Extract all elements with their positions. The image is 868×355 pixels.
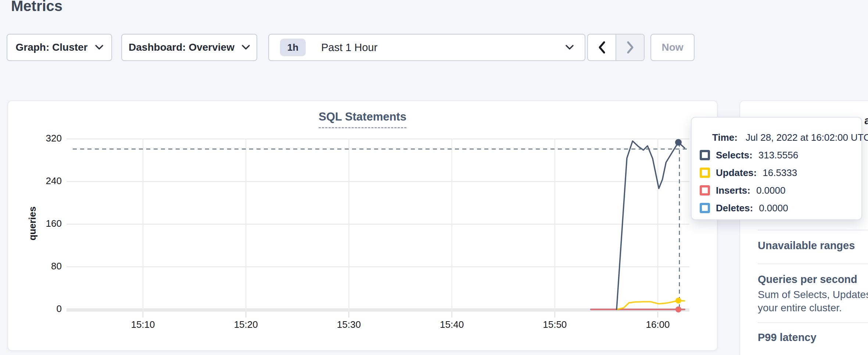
tooltip-row-selects: Selects:313.5556 — [700, 146, 861, 164]
chart-title[interactable]: SQL Statements — [319, 110, 406, 128]
sidebar-item-p99-latency: P99 latency — [758, 331, 817, 344]
tooltip-time-row: Time: Jul 28, 2022 at 16:02:00 UTC — [712, 129, 861, 146]
tooltip-row-deletes: Deletes:0.0000 — [700, 199, 861, 217]
sidebar-item-description: your entire cluster. — [758, 302, 842, 314]
chevron-down-icon — [242, 45, 250, 50]
x-tick-label: 16:00 — [632, 319, 684, 330]
y-tick-label: 240 — [21, 175, 62, 187]
clipped-sidebar-text: a — [864, 115, 868, 127]
chart-hover-tooltip: Time: Jul 28, 2022 at 16:02:00 UTC Selec… — [691, 117, 862, 220]
metrics-page: Metrics Graph: Cluster Dashboard: Overvi… — [0, 0, 868, 355]
x-tick-label: 15:10 — [117, 319, 169, 330]
sidebar-divider — [758, 263, 868, 264]
prev-time-button[interactable] — [588, 35, 616, 60]
dashboard-dropdown[interactable]: Dashboard: Overview — [121, 34, 257, 61]
plot-area[interactable] — [67, 137, 689, 309]
graph-dropdown-label: Graph: Cluster — [15, 42, 87, 53]
tooltip-time-label: Time: — [712, 132, 738, 143]
tooltip-time-value: Jul 28, 2022 at 16:02:00 UTC — [746, 132, 868, 143]
tooltip-series-label: Inserts: — [716, 185, 750, 196]
dashboard-dropdown-label: Dashboard: Overview — [129, 42, 234, 53]
x-tick-label: 15:50 — [529, 319, 581, 330]
series-swatch-icon — [700, 203, 710, 213]
time-range-badge: 1h — [280, 39, 306, 56]
chevron-down-icon — [95, 45, 103, 50]
chevron-left-icon — [598, 41, 606, 54]
tooltip-series-value: 313.5556 — [758, 150, 798, 161]
y-tick-label: 0 — [21, 303, 62, 315]
tooltip-series-label: Deletes: — [716, 202, 753, 214]
sidebar-divider — [758, 322, 868, 323]
tooltip-series-value: 0.0000 — [756, 185, 786, 196]
x-tick-label: 15:20 — [220, 319, 272, 330]
chart-title-wrap: SQL Statements — [7, 110, 718, 128]
y-tick-label: 80 — [21, 261, 62, 272]
tooltip-series-label: Selects: — [716, 150, 753, 161]
series-swatch-icon — [700, 168, 710, 178]
chevron-right-icon — [626, 41, 635, 54]
y-tick-label: 320 — [21, 133, 62, 144]
time-range-label: Past 1 Hour — [321, 42, 377, 54]
sidebar-divider — [758, 230, 868, 230]
tooltip-series-label: Updates: — [716, 167, 757, 179]
tooltip-row-inserts: Inserts:0.0000 — [700, 182, 861, 199]
time-range-dropdown[interactable]: 1h Past 1 Hour — [268, 34, 585, 61]
time-pager — [587, 34, 645, 61]
series-swatch-icon — [700, 185, 710, 196]
tooltip-series-value: 0.0000 — [759, 202, 788, 214]
y-tick-label: 160 — [21, 218, 62, 229]
next-time-button[interactable] — [616, 35, 644, 60]
series-swatch-icon — [700, 150, 710, 160]
graph-dropdown[interactable]: Graph: Cluster — [7, 34, 112, 61]
page-title: Metrics — [11, 0, 62, 14]
x-tick-label: 15:30 — [323, 319, 374, 330]
tooltip-series-rows: Selects:313.5556Updates:16.5333Inserts:0… — [700, 146, 861, 217]
chevron-down-icon — [566, 45, 574, 50]
x-tick-label: 15:40 — [426, 319, 478, 330]
sidebar-item-description: Sum of Selects, Updates, Inser — [758, 289, 868, 301]
sidebar-item-unavailable-ranges: Unavailable ranges — [758, 240, 855, 252]
sidebar-item-queries-per-second: Queries per second — [758, 273, 857, 286]
tooltip-series-value: 16.5333 — [763, 167, 797, 179]
tooltip-row-updates: Updates:16.5333 — [700, 164, 861, 182]
now-button[interactable]: Now — [650, 34, 695, 61]
